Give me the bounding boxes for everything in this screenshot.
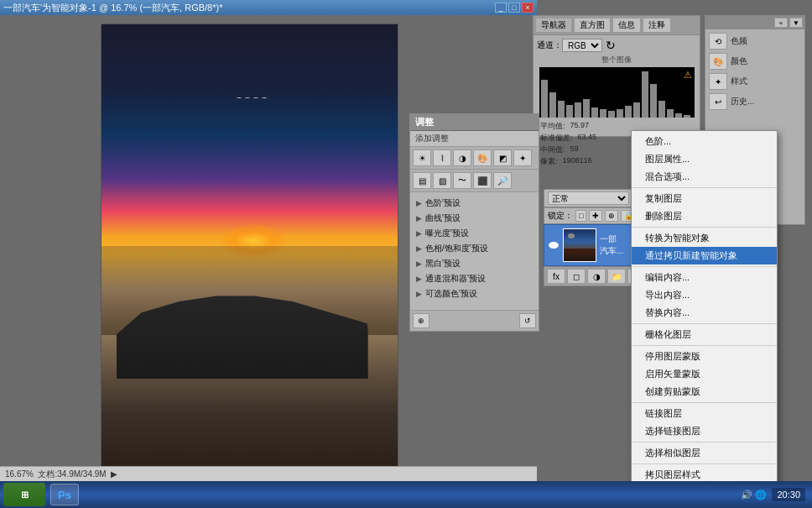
file-size: 文档:34.9M/34.9M	[38, 469, 106, 480]
start-icon: ⊞	[21, 490, 29, 500]
histogram-subhead: 整个图像	[537, 55, 696, 65]
adj-channel-mixer-item[interactable]: ▶ 通道混和器'预设	[414, 271, 535, 286]
rmp-icon-2[interactable]: 🎨	[709, 53, 727, 70]
adj-levels-tool[interactable]: ▤	[413, 172, 431, 189]
adj-selective-color-item[interactable]: ▶ 可选颜色'预设	[414, 286, 535, 301]
adj-bw-tool[interactable]: ◩	[493, 149, 512, 166]
sunset-image	[102, 24, 398, 468]
taskbar: ⊞ Ps 🔊 🌐 20:30	[0, 481, 812, 508]
rmp-tool-row-2: 🎨 颜色	[709, 53, 801, 70]
clock: 20:30	[772, 488, 805, 501]
ctx-clipping-mask[interactable]: 创建剪贴蒙版	[632, 383, 777, 401]
ctx-levels[interactable]: 色阶...	[632, 133, 777, 150]
image-container	[101, 24, 398, 469]
channel-select[interactable]: RGB	[562, 39, 602, 52]
ctx-select-similar[interactable]: 选择相似图层	[632, 444, 777, 462]
ctx-edit-content[interactable]: 编辑内容...	[632, 269, 777, 286]
ctx-sep-7	[632, 442, 777, 443]
pixels-value: 1908116	[563, 156, 592, 167]
ctx-duplicate-layer[interactable]: 复制图层	[632, 190, 777, 207]
layer-visibility-toggle[interactable]	[548, 239, 560, 251]
rmp-icon-1[interactable]: ⟲	[709, 33, 727, 50]
rmp-label-style: 样式	[731, 76, 747, 87]
rmp-menu-btn[interactable]: ▼	[789, 18, 803, 28]
adj-gradient-tool[interactable]: ▨	[433, 172, 451, 189]
maximize-button[interactable]: □	[508, 3, 520, 13]
taskbar-right: 🔊 🌐 20:30	[741, 488, 812, 501]
ctx-link-layers[interactable]: 链接图层	[632, 405, 777, 422]
rmp-tools: ⟲ 色频 🎨 颜色 ✦ 样式 ↩ 历史...	[705, 29, 804, 113]
ctx-delete-layer[interactable]: 删除图层	[632, 207, 777, 225]
notes-tab[interactable]: 注释	[643, 18, 671, 33]
stddev-value: 63.45	[578, 133, 597, 144]
zoom-level: 16.67%	[5, 469, 34, 479]
rmp-tool-row-1: ⟲ 色频	[709, 33, 801, 50]
pixels-label: 像素:	[540, 156, 558, 167]
rmp-label-history: 历史...	[731, 96, 754, 107]
rmp-tool-row-4: ↩ 历史...	[709, 93, 801, 110]
ctx-rasterize[interactable]: 栅格化图层	[632, 326, 777, 343]
adj-reset-btn[interactable]: ↺	[519, 313, 536, 328]
lock-image-btn[interactable]: ✚	[589, 210, 602, 222]
histogram-tab[interactable]: 直方图	[574, 18, 611, 33]
layer-mask-btn[interactable]: ◻	[567, 269, 586, 284]
ctx-enable-vector[interactable]: 启用矢量蒙版	[632, 365, 777, 383]
taskbar-photoshop[interactable]: Ps	[50, 484, 79, 505]
stddev-label: 标准偏差:	[540, 133, 573, 144]
minimize-button[interactable]: _	[495, 3, 507, 13]
ctx-layer-props[interactable]: 图层属性...	[632, 150, 777, 168]
adj-channel-tool[interactable]: ✦	[513, 149, 532, 166]
adj-exposure-tool[interactable]: ◑	[453, 149, 471, 166]
mean-value: 75.97	[570, 121, 590, 132]
rmp-header: « ▼	[705, 16, 804, 29]
ctx-replace-content[interactable]: 替换内容...	[632, 304, 777, 322]
layer-fx-btn[interactable]: fx	[547, 269, 565, 284]
channel-row: 通道： RGB ↻	[537, 39, 696, 52]
adj-hue-tool[interactable]: 🎨	[473, 149, 492, 166]
adj-curves-item[interactable]: ▶ 曲线'预设	[414, 211, 535, 226]
ctx-new-smart-copy[interactable]: 通过拷贝新建智能对象	[632, 247, 777, 264]
ctx-sep-4	[632, 323, 777, 324]
adj-add-btn[interactable]: ⊕	[413, 313, 429, 328]
ctx-export-content[interactable]: 导出内容...	[632, 286, 777, 304]
adj-selective-tool[interactable]: ⬛	[473, 172, 492, 189]
rmp-label-palette: 颜色	[731, 55, 747, 67]
adj-bw-item[interactable]: ▶ 黑白'预设	[414, 256, 535, 271]
ctx-select-linked[interactable]: 选择链接图层	[632, 422, 777, 440]
adj-brightness-tool[interactable]: ☀	[413, 149, 431, 166]
adj-curves-tool[interactable]: ⌇	[433, 149, 451, 166]
ctx-sep-3	[632, 266, 777, 267]
adj-pattern-tool[interactable]: 〜	[453, 172, 471, 189]
start-button[interactable]: ⊞	[3, 483, 45, 506]
refresh-icon[interactable]: ↻	[606, 39, 616, 52]
eye-icon	[549, 242, 559, 249]
rmp-icon-4[interactable]: ↩	[709, 93, 727, 110]
lock-transparent-btn[interactable]: □	[575, 210, 586, 222]
blend-mode-select[interactable]: 正常	[548, 191, 629, 205]
adjustments-toolbar-row2: ▤ ▨ 〜 ⬛ 🔎	[410, 170, 539, 192]
adj-invert-tool[interactable]: 🔎	[493, 172, 512, 189]
ctx-sep-6	[632, 402, 777, 403]
close-button[interactable]: ×	[522, 3, 534, 13]
median-label: 中间值:	[540, 144, 565, 155]
nav-tab[interactable]: 导航器	[535, 18, 572, 33]
ctx-blend-options[interactable]: 混合选项...	[632, 168, 777, 186]
layer-adj-btn[interactable]: ◑	[587, 269, 606, 284]
info-tab[interactable]: 信息	[612, 18, 641, 33]
ctx-disable-mask[interactable]: 停用图层蒙版	[632, 348, 777, 365]
adjustments-footer: ⊕ ↺	[410, 310, 539, 331]
layer-thumbnail	[563, 228, 596, 262]
layer-group-btn[interactable]: 📁	[607, 269, 626, 284]
rmp-collapse-btn[interactable]: «	[774, 18, 788, 28]
adjustments-subtitle: 添加调整	[410, 131, 539, 147]
sys-tray: 🔊 🌐	[741, 490, 767, 500]
rmp-icon-3[interactable]: ✦	[709, 73, 727, 90]
lock-position-btn[interactable]: ⊕	[605, 210, 618, 222]
channel-label: 通道：	[537, 39, 562, 51]
median-value: 59	[570, 144, 579, 155]
ctx-convert-smart[interactable]: 转换为智能对象	[632, 229, 777, 247]
adj-exposure-item[interactable]: ▶ 曝光度'预设	[414, 226, 535, 241]
adj-hue-item[interactable]: ▶ 色相/饱和度'预设	[414, 241, 535, 256]
adj-levels-item[interactable]: ▶ 色阶'预设	[414, 196, 535, 211]
panel-header: 导航器 直方图 信息 注释	[534, 16, 700, 35]
